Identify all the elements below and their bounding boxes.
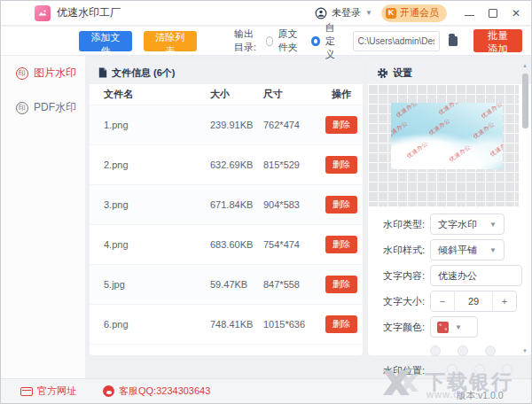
sidebar-item-image-watermark[interactable]: 印 图片水印 — [1, 56, 85, 90]
qq-icon — [103, 385, 114, 397]
watermark-style-select[interactable]: 倾斜平铺 ▼ — [430, 239, 505, 260]
cell-size: 239.91KB — [210, 120, 263, 130]
sidebar: 印 图片水印 印 PDF水印 — [1, 56, 85, 378]
app-version-text: 版本:v1.0.0 — [457, 390, 504, 402]
stamp-icon: 印 — [16, 67, 28, 80]
table-row: 3.png 671.84KB 904*583 删除 — [90, 185, 363, 225]
delete-button[interactable]: 删除 — [325, 236, 357, 253]
close-button[interactable]: ✕ — [512, 8, 520, 19]
scroll-down-icon[interactable]: ▼ — [522, 348, 528, 354]
output-path-input[interactable] — [353, 31, 440, 51]
gear-icon — [377, 67, 388, 79]
login-status[interactable]: 未登录 ▼ — [315, 6, 372, 19]
preview-area: 优速办公 优速办公 优速办公 优速办公 优速办公 优速办公 优速办公 优速办公 … — [368, 84, 519, 206]
file-table-body: 1.png 239.91KB 762*474 删除 2.png 632.69KB… — [90, 105, 363, 345]
vip-button-label: 开通会员 — [400, 6, 439, 19]
col-filename: 文件名 — [104, 88, 210, 101]
clear-list-button[interactable]: 清除列表 — [144, 31, 197, 51]
maximize-button[interactable] — [489, 9, 497, 18]
add-file-button[interactable]: 添加文件 — [79, 31, 132, 51]
minimize-button[interactable] — [465, 15, 474, 16]
size-increase-button[interactable]: + — [493, 291, 516, 311]
text-content-input[interactable] — [430, 265, 522, 286]
size-value: 29 — [454, 291, 493, 311]
table-row: 4.png 683.60KB 754*474 删除 — [90, 225, 363, 265]
position-option[interactable] — [485, 346, 496, 356]
app-window: 优速水印工厂 未登录 ▼ K 开通会员 ✕ 添加文件 清除列表 输出目录: 原 — [0, 0, 532, 404]
toolbar: 添加文件 清除列表 输出目录: 原文件夹 自定义 批量添加 — [1, 27, 531, 56]
sidebar-item-label: PDF水印 — [34, 100, 76, 115]
radio-original-label[interactable]: 原文件夹 — [278, 27, 303, 54]
delete-button[interactable]: 删除 — [325, 156, 357, 174]
watermark-type-select[interactable]: 文字水印 ▼ — [430, 214, 505, 235]
text-size-label: 文字大小: — [373, 295, 425, 308]
table-header: 文件名 大小 尺寸 操作 — [90, 84, 363, 105]
cell-filename: 3.png — [104, 199, 210, 210]
customer-qq[interactable]: 客服QQ:3234303643 — [76, 385, 210, 398]
scroll-up-icon[interactable]: ▲ — [522, 63, 528, 68]
col-dims: 尺寸 — [263, 88, 320, 101]
cell-dims: 847*558 — [263, 279, 320, 290]
downbank-logo-icon — [382, 369, 419, 402]
cell-filename: 2.png — [104, 159, 210, 170]
delete-button[interactable]: 删除 — [325, 196, 357, 214]
delete-button[interactable]: 删除 — [325, 276, 357, 293]
preview-image: 优速办公 优速办公 优速办公 优速办公 优速办公 优速办公 优速办公 优速办公 … — [391, 103, 503, 169]
watermark-type-value: 文字水印 — [438, 218, 477, 231]
text-color-label: 文字颜色: — [373, 321, 425, 334]
preview-watermark-text: 优速办公 — [472, 120, 497, 141]
chevron-down-icon: ▼ — [365, 9, 372, 17]
preview-watermark-text: 优速办公 — [405, 140, 430, 160]
sidebar-item-label: 图片水印 — [34, 66, 76, 81]
scrollbar-thumb[interactable] — [522, 74, 528, 128]
vip-icon: K — [386, 8, 396, 19]
position-option[interactable] — [458, 346, 468, 356]
settings-panel: 设置 优速办公 优速办公 优速办公 优速办公 优速办公 优速办公 优速办公 优速… — [368, 61, 531, 355]
chevron-down-icon: ▼ — [489, 246, 497, 254]
login-status-label: 未登录 — [332, 6, 361, 19]
watermark-type-label: 水印类型: — [373, 218, 425, 231]
sidebar-item-pdf-watermark[interactable]: 印 PDF水印 — [1, 90, 85, 125]
watermark-style-label: 水印样式: — [373, 244, 425, 257]
radio-original-folder[interactable] — [266, 36, 273, 46]
delete-button[interactable]: 删除 — [325, 116, 357, 134]
settings-scrollbar[interactable]: ▲ ▼ — [521, 63, 529, 354]
folder-icon[interactable] — [449, 36, 458, 46]
preview-watermark-text: 优速办公 — [395, 103, 419, 120]
preview-watermark-text: 优速办公 — [480, 103, 503, 120]
user-icon — [315, 7, 327, 19]
cell-size: 683.60KB — [210, 239, 263, 250]
cell-dims: 1015*636 — [263, 319, 320, 330]
color-swatch — [437, 322, 449, 333]
batch-add-button[interactable]: 批量添加 — [473, 29, 522, 52]
text-size-stepper: − 29 + — [430, 291, 517, 312]
preview-watermark-text: 优速办公 — [437, 103, 462, 117]
col-size: 大小 — [210, 88, 263, 101]
cell-dims: 904*583 — [263, 199, 320, 210]
watermark-style-value: 倾斜平铺 — [438, 244, 477, 257]
vip-button[interactable]: K 开通会员 — [381, 4, 447, 22]
text-content-label: 文字内容: — [373, 269, 425, 283]
preview-watermark-text: 优速办公 — [489, 138, 503, 159]
document-icon — [98, 67, 107, 78]
preview-watermark-text: 优速办公 — [427, 117, 452, 137]
radio-custom[interactable] — [311, 36, 319, 46]
radio-custom-label[interactable]: 自定义 — [325, 21, 344, 61]
cell-dims: 815*529 — [263, 159, 320, 170]
official-website-link[interactable]: 官方网址 — [20, 385, 76, 398]
text-color-picker[interactable]: ▼ — [430, 316, 478, 338]
table-row: 2.png 632.69KB 815*529 删除 — [90, 145, 363, 185]
file-panel-header: 文件信息 (6个) — [90, 61, 363, 84]
cell-dims: 754*474 — [263, 239, 320, 250]
cell-filename: 6.png — [104, 319, 210, 330]
position-option[interactable] — [430, 346, 441, 356]
cell-size: 632.69KB — [210, 159, 263, 170]
cell-filename: 1.png — [104, 120, 210, 130]
cell-filename: 4.png — [104, 239, 210, 250]
settings-header: 设置 — [368, 61, 531, 84]
chevron-down-icon: ▼ — [489, 221, 497, 229]
delete-button[interactable]: 删除 — [325, 315, 357, 333]
cell-size: 59.47KB — [210, 279, 263, 290]
size-decrease-button[interactable]: − — [431, 291, 454, 311]
cell-filename: 5.jpg — [104, 279, 210, 290]
